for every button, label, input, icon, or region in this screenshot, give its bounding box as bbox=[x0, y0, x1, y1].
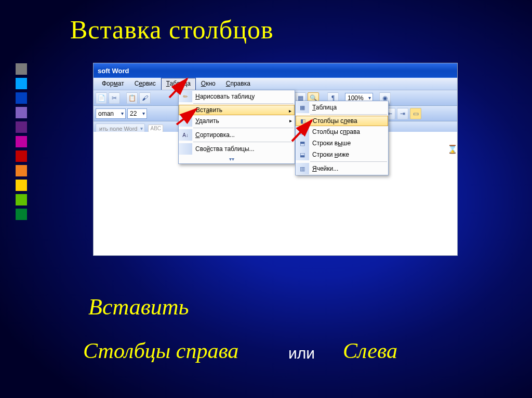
bullet bbox=[16, 194, 27, 205]
svg-line-2 bbox=[292, 120, 312, 141]
bullet bbox=[16, 107, 27, 118]
bullet bbox=[16, 92, 27, 104]
bullet bbox=[16, 150, 27, 162]
caption-cols-right: Столбцы справа bbox=[83, 338, 238, 363]
annotation-arrows bbox=[94, 63, 457, 255]
caption-or: или bbox=[288, 345, 315, 362]
bullet bbox=[16, 180, 27, 191]
word-screenshot: soft Word Формат Сервис Таблица Окно Спр… bbox=[94, 63, 457, 255]
caption-left: Слева bbox=[343, 338, 397, 363]
bullet bbox=[16, 136, 27, 147]
svg-line-0 bbox=[169, 79, 187, 98]
bullet-strip bbox=[16, 63, 27, 220]
svg-line-1 bbox=[177, 109, 196, 125]
bullet bbox=[16, 78, 27, 89]
bullet bbox=[16, 165, 27, 176]
bullet bbox=[16, 209, 27, 220]
bullet bbox=[16, 63, 27, 75]
slide-title: Вставка столбцов bbox=[70, 15, 274, 45]
bullet bbox=[16, 121, 27, 133]
caption-insert: Вставить bbox=[88, 294, 189, 320]
